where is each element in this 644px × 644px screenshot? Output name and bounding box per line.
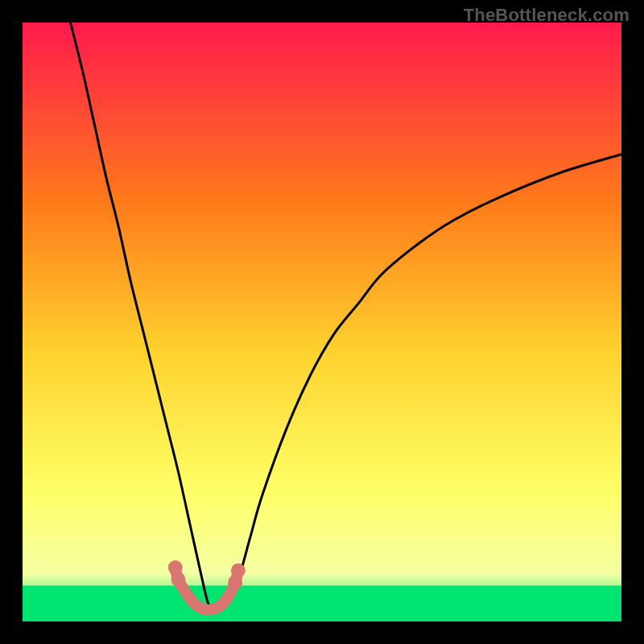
chart-svg [23,23,621,621]
green-band [23,585,621,621]
marker-dot [231,564,246,578]
gradient-background [23,23,621,621]
plot-area [23,23,621,621]
chart-frame: TheBottleneck.com [0,0,644,644]
marker-dot [171,572,185,587]
